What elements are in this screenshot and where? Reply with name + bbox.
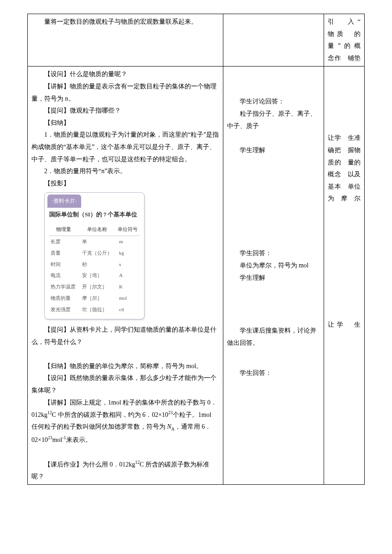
si-h0: 物理量 (49, 223, 78, 236)
r2-p10: 【设问】既然物质的量表示集体，那么多少粒子才能作为一个集体呢？ (31, 372, 219, 396)
si-c: 电流 (49, 270, 78, 281)
c2-b7: 学生课后搜集资料，讨论并做出回答。 (227, 325, 320, 349)
si-c: 秒 (78, 259, 115, 270)
r2-p3: 【提问】微观粒子指哪些？ (31, 105, 219, 117)
c2-b8: 学生回答： (227, 367, 320, 380)
c3-text-a: 让学 生准 确把 握物 质的 量的 概念 以及 基本 单位 为摩尔 (328, 132, 361, 205)
si-units-card: ·资料卡片· 国际单位制（SI）的 7 个基本单位 物理量 单位名称 单位符号 … (44, 192, 144, 319)
si-row-4: 热力学温度开［尔文］K (49, 281, 140, 292)
r2-p12: 【课后作业】为什么用 0．012kg12C 所含的碳原子数为标准呢？ (31, 458, 219, 483)
r2-p11: 【讲解】国际上规定，1mol 粒子的集体中所含的粒子数与 0．012kg12C … (31, 397, 219, 446)
si-c: mol (115, 292, 140, 304)
row1-col1: 量将一定数目的微观粒子与物质的宏观数量联系起来。 (28, 14, 223, 67)
si-h1: 单位名称 (78, 223, 115, 236)
t: 【课后作业】为什么用 0．012kg (44, 461, 135, 467)
row2-col3: 让学 生准 确把 握物 质的 量的 概念 以及 基本 单位 为摩尔 让学 生 (324, 67, 365, 485)
r2-p6: 2．物质的量用符号“n”表示。 (31, 165, 219, 178)
si-row-3: 电流安［培］A (49, 270, 140, 281)
sup-12: 12 (47, 410, 52, 415)
t: mol (52, 436, 62, 443)
card-title: 国际单位制（SI）的 7 个基本单位 (45, 208, 144, 223)
si-c: m (115, 236, 140, 247)
card-tab: ·资料卡片· (47, 195, 81, 208)
row-1: 量将一定数目的微观粒子与物质的宏观数量联系起来。 引 入“ 物质 的量”的概 念… (28, 14, 365, 67)
spacer (328, 68, 361, 132)
si-c: kg (115, 247, 140, 259)
c3-text-b: 让学 生 (328, 319, 361, 331)
c2-b3: 学生理解 (227, 144, 320, 157)
spacer (227, 284, 320, 325)
si-c: 开［尔文］ (78, 281, 115, 292)
si-row-6: 发光强度坎［德拉］cd (49, 304, 140, 315)
si-c: 米 (78, 236, 115, 247)
si-c: A (115, 270, 140, 281)
lesson-plan-table: 量将一定数目的微观粒子与物质的宏观数量联系起来。 引 入“ 物质 的量”的概 念… (27, 14, 365, 485)
sup-n1: -1 (62, 435, 66, 440)
si-c: s (115, 259, 140, 270)
r2-p8: 【提问】从资料卡片上，同学们知道物质的量的基本单位是什么，符号是什么？ (31, 324, 219, 348)
si-head-row: 物理量 单位名称 单位符号 (49, 223, 140, 236)
na-n: N (167, 423, 171, 430)
spacer (227, 68, 320, 96)
si-c: 热力学温度 (49, 281, 78, 292)
si-c: 长度 (49, 236, 78, 247)
c2-b4: 学生回答： (227, 247, 320, 260)
c2-b5: 单位为摩尔，符号为 mol (227, 260, 320, 272)
si-c: K (115, 281, 140, 292)
r2-p5: 1．物质的量是以微观粒子为计量的对象，而这里的“粒子”是指构成物质的“基本单元”… (31, 129, 219, 165)
si-units-table: 物理量 单位名称 单位符号 长度米m 质量千克（公斤）kg 时间秒s 电流安［培… (49, 223, 140, 315)
si-h2: 单位符号 (115, 223, 140, 236)
si-c: 发光强度 (49, 304, 78, 315)
si-row-5: 物质的量摩［尔］mol (49, 292, 140, 304)
si-c: 安［培］ (78, 270, 115, 281)
r2-p9: 【归纳】物质的量的单位为摩尔，简称摩，符号为 mol。 (31, 360, 219, 373)
row1-col3: 引 入“ 物质 的量”的概 念作 铺垫 (324, 14, 365, 67)
sup-12b: 12 (135, 460, 140, 465)
si-row-0: 长度米m (49, 236, 140, 247)
row1-c1-p1: 量将一定数目的微观粒子与物质的宏观数量联系起来。 (31, 16, 219, 28)
r2-p4: 【归纳】 (31, 117, 219, 129)
row2-col2: 学生讨论回答： 粒子指分子、原子、离子、中子、质子 学生理解 学生回答： 单位为… (223, 67, 324, 485)
sup-23b: 23 (48, 435, 52, 440)
t: 来表示。 (66, 436, 92, 443)
row-2: 【设问】什么是物质的量呢？ 【讲解】物质的量是表示含有一定数目粒子的集体的一个物… (28, 67, 365, 485)
c2-b6: 学生理解 (227, 272, 320, 284)
spacer (227, 349, 320, 367)
r2-p7: 【投影】 (31, 178, 219, 190)
row1-col2 (223, 14, 324, 67)
r2-p2: 【讲解】物质的量是表示含有一定数目粒子的集体的一个物理量，符号为 n。 (31, 81, 219, 105)
si-c: 千克（公斤） (78, 247, 115, 259)
si-c: 物质的量 (49, 292, 78, 304)
spacer (328, 205, 361, 319)
spacer (227, 156, 320, 247)
si-row-1: 质量千克（公斤）kg (49, 247, 140, 259)
row2-col1: 【设问】什么是物质的量呢？ 【讲解】物质的量是表示含有一定数目粒子的集体的一个物… (28, 67, 223, 485)
na-a: A (171, 426, 175, 431)
si-c: 时间 (49, 259, 78, 270)
r2-p1: 【设问】什么是物质的量呢？ (31, 68, 219, 81)
t: C 中所含的碳原子数相同，约为 6．02×10 (52, 411, 168, 418)
si-c: 坎［德拉］ (78, 304, 115, 315)
sup-23: 23 (168, 410, 173, 415)
si-c: cd (115, 304, 140, 315)
si-c: 质量 (49, 247, 78, 259)
c2-b1: 学生讨论回答： (227, 96, 320, 108)
si-row-2: 时间秒s (49, 259, 140, 270)
c2-b2: 粒子指分子、原子、离子、中子、质子 (227, 108, 320, 132)
si-c: 摩［尔］ (78, 292, 115, 304)
